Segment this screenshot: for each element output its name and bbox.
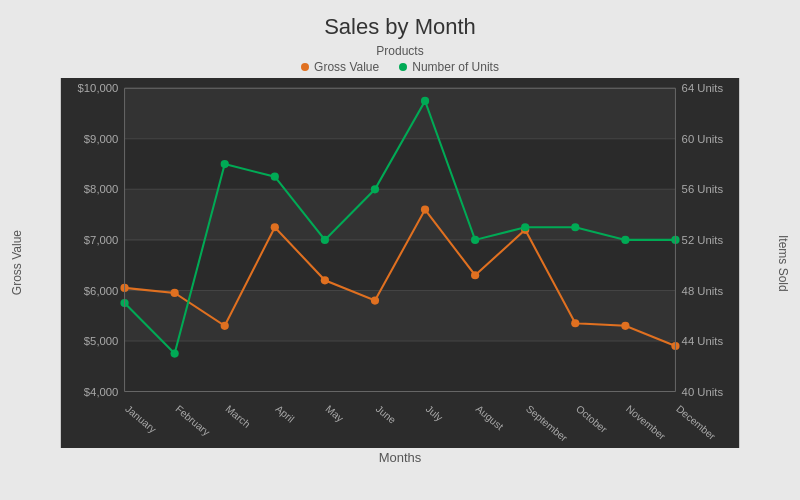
legend-item-units: Number of Units [399, 60, 499, 74]
svg-text:$6,000: $6,000 [84, 285, 119, 297]
units-dot [399, 63, 407, 71]
y-axis-left-label: Gross Value [10, 230, 24, 295]
chart-title: Sales by Month [324, 14, 476, 40]
x-axis-label: Months [10, 450, 790, 465]
svg-point-47 [471, 271, 479, 279]
chart-wrapper: Gross Value $4,000$5,000$6,000$7,000$8,0… [10, 78, 790, 448]
svg-point-62 [621, 236, 629, 244]
svg-point-56 [321, 236, 329, 244]
svg-point-60 [521, 223, 529, 231]
svg-point-55 [271, 173, 279, 181]
svg-rect-2 [125, 290, 676, 341]
svg-point-46 [421, 205, 429, 213]
svg-text:$8,000: $8,000 [84, 183, 119, 195]
svg-point-44 [321, 276, 329, 284]
gross-dot [301, 63, 309, 71]
svg-point-53 [171, 349, 179, 357]
legend-item-gross: Gross Value [301, 60, 379, 74]
svg-text:48 Units: 48 Units [682, 285, 724, 297]
legend: Products Gross Value Number of Units [301, 44, 499, 74]
svg-text:44 Units: 44 Units [682, 335, 724, 347]
chart-svg: $4,000$5,000$6,000$7,000$8,000$9,000$10,… [28, 78, 772, 448]
legend-label-gross: Gross Value [314, 60, 379, 74]
chart-area: $4,000$5,000$6,000$7,000$8,000$9,000$10,… [28, 78, 772, 448]
svg-point-57 [371, 185, 379, 193]
svg-rect-3 [125, 240, 676, 291]
legend-label-units: Number of Units [412, 60, 499, 74]
svg-rect-6 [125, 88, 676, 139]
svg-text:64 Units: 64 Units [682, 82, 724, 94]
svg-text:40 Units: 40 Units [682, 386, 724, 398]
y-axis-right-label: Items Sold [776, 235, 790, 292]
svg-text:60 Units: 60 Units [682, 133, 724, 145]
svg-text:$7,000: $7,000 [84, 234, 119, 246]
svg-point-41 [171, 289, 179, 297]
svg-point-43 [271, 223, 279, 231]
svg-text:$10,000: $10,000 [78, 82, 119, 94]
svg-text:$5,000: $5,000 [84, 335, 119, 347]
svg-point-45 [371, 296, 379, 304]
svg-point-50 [621, 322, 629, 330]
svg-text:$9,000: $9,000 [84, 133, 119, 145]
svg-text:$4,000: $4,000 [84, 386, 119, 398]
svg-point-54 [221, 160, 229, 168]
svg-text:56 Units: 56 Units [682, 183, 724, 195]
svg-point-61 [571, 223, 579, 231]
legend-group-label: Products [376, 44, 423, 58]
svg-point-59 [471, 236, 479, 244]
svg-rect-1 [125, 341, 676, 392]
svg-point-58 [421, 97, 429, 105]
svg-text:52 Units: 52 Units [682, 234, 724, 246]
svg-point-49 [571, 319, 579, 327]
legend-items: Gross Value Number of Units [301, 60, 499, 74]
svg-point-42 [221, 322, 229, 330]
